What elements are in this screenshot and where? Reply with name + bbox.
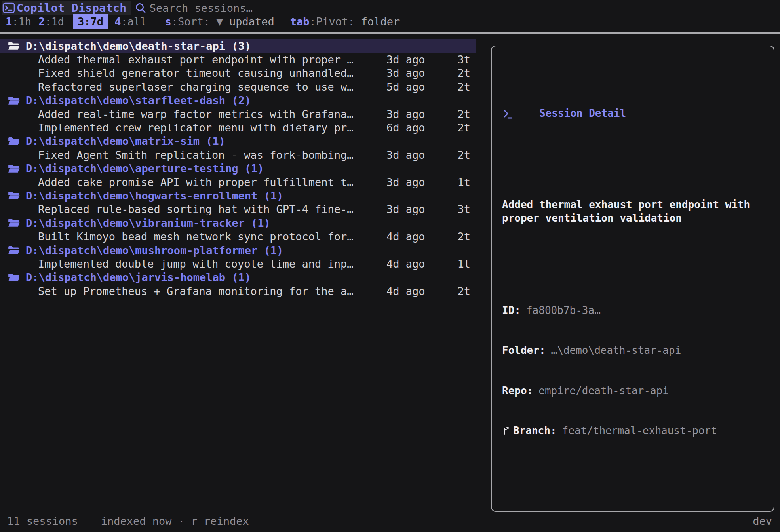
folder-open-icon <box>8 272 20 283</box>
session-turn-count: 2t <box>431 108 476 120</box>
session-list: D:\dispatch\demo\death-star-api (3) Adde… <box>0 39 476 298</box>
detail-branch-row: Branch: feat/thermal-exhaust-port <box>502 424 763 438</box>
folder-row[interactable]: D:\dispatch\demo\hogwarts-enrollment (1) <box>0 189 476 202</box>
session-row[interactable]: Refactored superlaser charging sequence … <box>0 80 476 93</box>
id-value: fa800b7b-3a… <box>526 304 601 317</box>
folder-session-count: (2) <box>225 94 251 106</box>
session-age: 3d ago <box>386 67 431 79</box>
session-title: Fixed shield generator timeout causing u… <box>0 67 386 79</box>
id-label: ID: <box>502 304 521 317</box>
folder-path: D:\dispatch\demo\aperture-testing <box>26 162 238 175</box>
folder-open-icon <box>8 218 20 228</box>
filter-bar: 1:1h 2:1d 3:7d 4:all s:Sort: ▼ updated t… <box>6 14 780 28</box>
detail-id-row: ID: fa800b7b-3a… <box>502 304 763 317</box>
session-title: Built Kimoyo bead mesh network sync prot… <box>0 230 386 243</box>
filter-tab-1d[interactable]: 2:1d <box>38 15 64 28</box>
detail-session-title: Added thermal exhaust port endpoint with… <box>502 198 763 225</box>
folder-label: Folder: <box>502 344 546 357</box>
session-row[interactable]: Fixed Agent Smith replication - was fork… <box>0 148 476 162</box>
pivot-value: folder <box>361 15 400 28</box>
session-title: Refactored superlaser charging sequence … <box>0 81 386 93</box>
prompt-icon <box>502 81 539 146</box>
folder-row[interactable]: D:\dispatch\demo\starfleet-dash (2) <box>0 94 476 107</box>
session-age: 3d ago <box>386 53 431 66</box>
header-separator <box>0 32 780 34</box>
session-turn-count: 2t <box>431 285 476 297</box>
folder-session-count: (1) <box>257 244 283 256</box>
session-row[interactable]: Replaced rule-based sorting hat with GPT… <box>0 203 476 216</box>
folder-session-count: (1) <box>225 271 251 283</box>
session-row[interactable]: Built Kimoyo bead mesh network sync prot… <box>0 230 476 243</box>
session-age: 4d ago <box>386 258 431 270</box>
session-row[interactable]: Fixed shield generator timeout causing u… <box>0 66 476 80</box>
folder-open-icon <box>8 163 20 174</box>
folder-row[interactable]: D:\dispatch\demo\death-star-api (3) <box>0 39 476 53</box>
folder-session-count: (1) <box>238 162 264 175</box>
search-icon <box>135 2 146 14</box>
folder-path: D:\dispatch\demo\vibranium-tracker <box>26 217 245 229</box>
filter-tab-all[interactable]: 4:all <box>114 15 146 28</box>
detail-repo-row: Repo: empire/death-star-api <box>502 384 763 398</box>
detail-panel-title: Session Detail <box>539 107 626 120</box>
session-title: Added real-time warp factor metrics with… <box>0 108 386 120</box>
folder-path: D:\dispatch\demo\death-star-api <box>26 40 225 52</box>
pivot-control[interactable]: tab:Pivot: folder <box>290 15 400 28</box>
session-turn-count: 1t <box>431 258 476 270</box>
session-row[interactable]: Added thermal exhaust port endpoint with… <box>0 53 476 66</box>
folder-row[interactable]: D:\dispatch\demo\aperture-testing (1) <box>0 162 476 175</box>
session-title: Replaced rule-based sorting hat with GPT… <box>0 203 386 215</box>
app-title: Copilot Dispatch <box>17 2 127 15</box>
folder-session-count: (1) <box>200 135 225 147</box>
session-row[interactable]: Implemented double jump with coyote time… <box>0 257 476 270</box>
folder-row[interactable]: D:\dispatch\demo\mushroom-platformer (1) <box>0 243 476 257</box>
session-turn-count: 2t <box>431 230 476 243</box>
filter-tab-7d-active[interactable]: 3:7d <box>73 14 108 29</box>
session-age: 3d ago <box>386 203 431 215</box>
session-title: Added thermal exhaust port endpoint with… <box>0 53 386 66</box>
session-turn-count: 2t <box>431 149 476 161</box>
branch-label: Branch: <box>513 424 557 438</box>
folder-path: D:\dispatch\demo\starfleet-dash <box>26 94 225 106</box>
app-title-strip: Copilot Dispatch <box>2 1 131 15</box>
session-age: 6d ago <box>386 122 431 134</box>
session-turn-count: 1t <box>431 176 476 188</box>
filter-tab-1h[interactable]: 1:1h <box>6 15 31 28</box>
env-badge: dev <box>753 515 772 527</box>
detail-meta: ID: fa800b7b-3a… Folder: …\demo\death-st… <box>502 277 763 464</box>
detail-folder-row: Folder: …\demo\death-star-api <box>502 344 763 357</box>
folder-row[interactable]: D:\dispatch\demo\matrix-sim (1) <box>0 135 476 148</box>
session-title: Fixed Agent Smith replication - was fork… <box>0 149 386 161</box>
folder-row[interactable]: D:\dispatch\demo\jarvis-homelab (1) <box>0 271 476 284</box>
folder-path: D:\dispatch\demo\matrix-sim <box>26 135 200 147</box>
search-input[interactable]: Search sessions… <box>135 2 253 14</box>
folder-session-count: (1) <box>257 190 283 202</box>
folder-open-icon <box>8 245 20 255</box>
folder-session-count: (1) <box>245 217 270 229</box>
sort-value: updated <box>229 15 274 28</box>
search-placeholder: Search sessions… <box>150 2 253 14</box>
sort-control[interactable]: s:Sort: ▼ updated <box>165 15 274 28</box>
session-age: 3d ago <box>386 176 431 188</box>
sort-dropdown-arrow-icon: ▼ <box>217 15 223 28</box>
folder-path: D:\dispatch\demo\mushroom-platformer <box>26 244 257 256</box>
folder-open-icon <box>8 95 20 106</box>
folder-open-icon <box>8 41 20 51</box>
session-age: 4d ago <box>386 230 431 243</box>
session-row[interactable]: Added real-time warp factor metrics with… <box>0 107 476 121</box>
session-row[interactable]: Implemented crew replicator menu with di… <box>0 121 476 134</box>
branch-value: feat/thermal-exhaust-port <box>562 424 717 438</box>
session-title: Implemented double jump with coyote time… <box>0 258 386 270</box>
session-title: Added cake promise API with proper fulfi… <box>0 176 386 188</box>
folder-row[interactable]: D:\dispatch\demo\vibranium-tracker (1) <box>0 216 476 230</box>
header-bar: Copilot Dispatch Search sessions… <box>2 1 253 15</box>
terminal-icon <box>2 2 15 14</box>
folder-open-icon <box>8 136 20 146</box>
index-status: indexed now · r reindex <box>101 515 249 527</box>
session-title: Implemented crew replicator menu with di… <box>0 122 386 134</box>
session-age: 3d ago <box>386 108 431 120</box>
folder-value: …\demo\death-star-api <box>551 344 681 357</box>
session-row[interactable]: Set up Prometheus + Grafana monitoring f… <box>0 284 476 298</box>
git-branch-icon <box>502 426 510 436</box>
session-row[interactable]: Added cake promise API with proper fulfi… <box>0 175 476 189</box>
repo-label: Repo: <box>502 384 533 398</box>
